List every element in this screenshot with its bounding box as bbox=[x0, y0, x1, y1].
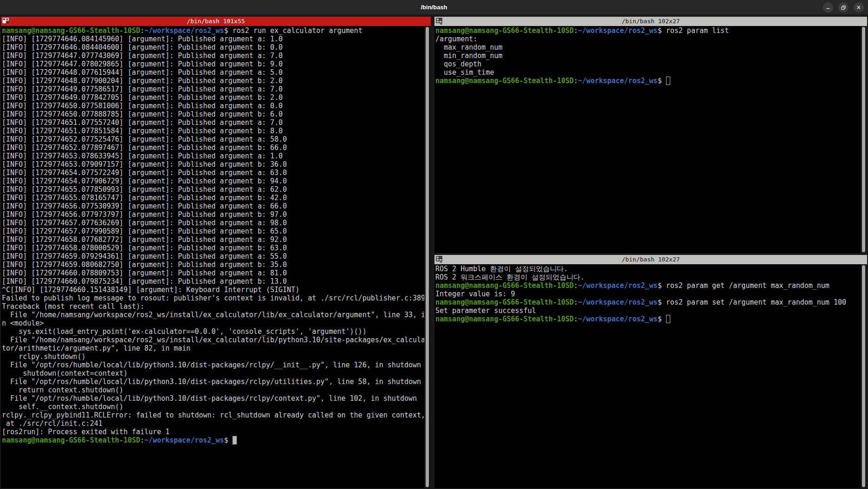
pane-title: /bin/bash 101x55 bbox=[1, 17, 431, 26]
scrollbar-thumb[interactable] bbox=[426, 27, 429, 487]
terminal-line: [INFO] [1729774646.084145960] [argument]… bbox=[2, 35, 424, 43]
terminal-line: /argument: bbox=[435, 35, 861, 43]
maximize-button[interactable] bbox=[838, 2, 849, 13]
scrollbar[interactable] bbox=[861, 26, 867, 253]
terminal-line: [INFO] [1729774652.077897467] [argument]… bbox=[2, 143, 424, 152]
terminal-line: [INFO] [1729774647.077743069] [argument]… bbox=[2, 52, 424, 60]
terminal-line: namsang@namsang-GS66-Stealth-10SD:~/work… bbox=[2, 436, 424, 444]
scrollbar-thumb[interactable] bbox=[862, 27, 865, 252]
terminal-line: Integer value is: 9 bbox=[435, 290, 861, 298]
window-titlebar[interactable]: /bin/bash bbox=[0, 0, 868, 14]
scrollbar[interactable] bbox=[861, 264, 867, 488]
terminal-line: [INFO] [1729774648.077615944] [argument]… bbox=[2, 68, 424, 77]
terminal-line: [INFO] [1729774646.084404600] [argument]… bbox=[2, 43, 424, 52]
terminal-line: [INFO] [1729774657.077636269] [argument]… bbox=[2, 219, 424, 227]
terminal-line: ROS 2 Humble 환경이 설정되었습니다. bbox=[435, 265, 861, 273]
terminal-line: File "/opt/ros/humble/local/lib/python3.… bbox=[2, 378, 424, 386]
terminal-line: _shutdown(context=context) bbox=[2, 369, 424, 378]
terminal-line: qos_depth bbox=[435, 60, 861, 68]
terminal-line: namsang@namsang-GS66-Stealth-10SD:~/work… bbox=[435, 77, 861, 85]
terminal-line: tor/arithmetic/argument.py", line 82, in… bbox=[2, 344, 424, 352]
terminal-line: File "/opt/ros/humble/local/lib/python3.… bbox=[2, 361, 424, 369]
terminal-pane-right-top: /bin/bash 102x27 namsang@namsang-GS66-St… bbox=[434, 17, 867, 253]
terminal-line: namsang@namsang-GS66-Stealth-10SD:~/work… bbox=[435, 281, 861, 290]
window-controls bbox=[823, 2, 864, 13]
terminal-line: [INFO] [1729774655.078165747] [argument]… bbox=[2, 194, 424, 202]
terminal-line: [INFO] [1729774655.077850993] [argument]… bbox=[2, 185, 424, 194]
terminal-line: self.__context.shutdown() bbox=[2, 403, 424, 411]
terminal-line: [INFO] [1729774658.078000529] [argument]… bbox=[2, 244, 424, 252]
terminal-line: namsang@namsang-GS66-Stealth-10SD:~/work… bbox=[435, 298, 861, 306]
terminal-pane-right-bottom: /bin/bash 102x27 ROS 2 Humble 환경이 설정되었습니… bbox=[434, 255, 867, 488]
terminal-line: [INFO] [1729774649.077842705] [argument]… bbox=[2, 93, 424, 102]
terminal-line: File "/opt/ros/humble/local/lib/python3.… bbox=[2, 394, 424, 403]
terminal-line: [INFO] [1729774660.079875234] [argument]… bbox=[2, 277, 424, 286]
terminal-line: [INFO] [1729774659.079294361] [argument]… bbox=[2, 252, 424, 261]
terminal-line: [INFO] [1729774654.077906729] [argument]… bbox=[2, 177, 424, 185]
scrollbar[interactable] bbox=[424, 26, 431, 488]
terminal-line: [INFO] [1729774659.080682750] [argument]… bbox=[2, 261, 424, 269]
terminal-line: ROS 2 워크스페이스 환경이 설정되었습니다. bbox=[435, 273, 861, 281]
minimize-icon bbox=[825, 5, 831, 10]
terminal-line: [INFO] [1729774652.077525476] [argument]… bbox=[2, 135, 424, 143]
terminal-line: Failed to publish log message to rosout:… bbox=[2, 294, 424, 302]
window-title: /bin/bash bbox=[0, 0, 868, 14]
terminal-line: sys.exit(load_entry_point('ex-calculator… bbox=[2, 327, 424, 336]
close-icon bbox=[856, 5, 862, 10]
pane-titlebar-left[interactable]: /bin/bash 101x55 bbox=[1, 17, 431, 26]
terminal-line: [ros2run]: Process exited with failure 1 bbox=[2, 428, 424, 436]
pane-title: /bin/bash 102x27 bbox=[434, 255, 867, 264]
terminal-line: namsang@namsang-GS66-Stealth-10SD:~/work… bbox=[2, 26, 424, 35]
terminal-line: max_random_num bbox=[435, 43, 861, 52]
terminal-line: [INFO] [1729774650.077581006] [argument]… bbox=[2, 102, 424, 110]
terminal-line: [INFO] [1729774653.078633945] [argument]… bbox=[2, 152, 424, 160]
pane-titlebar-right-top[interactable]: /bin/bash 102x27 bbox=[434, 17, 867, 26]
terminal-line: n <module> bbox=[2, 319, 424, 327]
restore-icon bbox=[841, 5, 846, 10]
terminal-line: [INFO] [1729774654.077572249] [argument]… bbox=[2, 169, 424, 177]
terminal-line: File "/home/namsang/workspace/ros2_ws/in… bbox=[2, 336, 424, 344]
terminal-output[interactable]: ROS 2 Humble 환경이 설정되었습니다.ROS 2 워크스페이스 환경… bbox=[435, 265, 861, 488]
terminal-line: min_random_num bbox=[435, 52, 861, 60]
terminal-line: File "/home/namsang/workspace/ros2_ws/in… bbox=[2, 311, 424, 319]
terminal-line: [INFO] [1729774653.079097157] [argument]… bbox=[2, 160, 424, 169]
terminal-line: [INFO] [1729774648.077900204] [argument]… bbox=[2, 77, 424, 85]
pane-titlebar-right-bottom[interactable]: /bin/bash 102x27 bbox=[434, 255, 867, 264]
terminal-line: [INFO] [1729774660.078809753] [argument]… bbox=[2, 269, 424, 277]
terminal-line: namsang@namsang-GS66-Stealth-10SD:~/work… bbox=[435, 26, 861, 35]
terminal-line: [INFO] [1729774656.077973797] [argument]… bbox=[2, 210, 424, 219]
terminal-line: Set parameter successful bbox=[435, 306, 861, 315]
terminal-line: use_sim_time bbox=[435, 68, 861, 77]
minimize-button[interactable] bbox=[823, 2, 833, 13]
close-button[interactable] bbox=[854, 2, 864, 13]
terminal-output[interactable]: namsang@namsang-GS66-Stealth-10SD:~/work… bbox=[435, 26, 861, 253]
terminal-line: [INFO] [1729774658.077682772] [argument]… bbox=[2, 235, 424, 244]
scrollbar-thumb[interactable] bbox=[862, 265, 865, 487]
terminal-line: Traceback (most recent call last): bbox=[2, 302, 424, 311]
terminal-line: return context.shutdown() bbox=[2, 386, 424, 394]
terminal-pane-left: /bin/bash 101x55 namsang@namsang-GS66-St… bbox=[1, 17, 431, 488]
terminal-line: [INFO] [1729774651.077557240] [argument]… bbox=[2, 118, 424, 127]
terminal-line: [INFO] [1729774657.077990589] [argument]… bbox=[2, 227, 424, 235]
terminal-output[interactable]: namsang@namsang-GS66-Stealth-10SD:~/work… bbox=[2, 26, 424, 488]
terminal-line: namsang@namsang-GS66-Stealth-10SD:~/work… bbox=[435, 315, 861, 323]
terminal-line: [INFO] [1729774650.077888785] [argument]… bbox=[2, 110, 424, 118]
terminal-line: rclpy._rclpy_pybind11.RCLError: failed t… bbox=[2, 411, 424, 419]
terminal-line: [INFO] [1729774649.077586517] [argument]… bbox=[2, 85, 424, 93]
terminal-line: [INFO] [1729774647.078029865] [argument]… bbox=[2, 60, 424, 68]
terminal-line: rclpy.shutdown() bbox=[2, 352, 424, 361]
pane-title: /bin/bash 102x27 bbox=[434, 17, 867, 26]
terminal-line: [INFO] [1729774651.077851584] [argument]… bbox=[2, 127, 424, 135]
terminal-line: at ./src/rcl/init.c:241 bbox=[2, 419, 424, 428]
terminal-line: [INFO] [1729774656.077530939] [argument]… bbox=[2, 202, 424, 210]
terminal-line: ^C[INFO] [1729774660.151438149] [argumen… bbox=[2, 286, 424, 294]
